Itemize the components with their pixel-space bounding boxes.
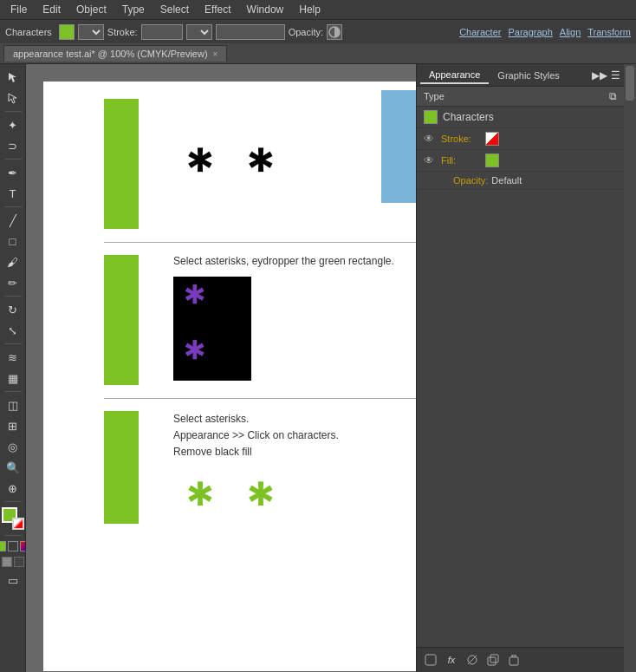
panel-menu-icon[interactable]: ☰ <box>611 69 620 82</box>
main-layout: ✦ ⊃ ✒ T ╱ □ 🖌 ✏ ↻ ⤡ ≋ ▦ ◫ ⊞ ◎ 🔍 ⊕ <box>0 64 636 672</box>
tool-divider-5 <box>4 343 22 344</box>
panel-fx-btn[interactable]: fx <box>443 651 460 669</box>
stroke-label: Stroke: <box>441 134 480 144</box>
type-label: Type <box>424 91 445 101</box>
menu-file[interactable]: File <box>3 2 34 17</box>
opacity-icon[interactable] <box>327 24 342 40</box>
panel-bottom-toolbar: fx <box>417 647 624 672</box>
panel-characters-row[interactable]: Characters <box>417 107 624 128</box>
menu-help[interactable]: Help <box>292 2 328 17</box>
blend-tool[interactable]: ◎ <box>3 437 23 456</box>
stroke-input[interactable] <box>141 24 183 40</box>
menu-window[interactable]: Window <box>240 2 291 17</box>
toolbar-label: Characters <box>5 27 52 37</box>
opacity-label: Opacity: <box>289 27 323 37</box>
black-box: ＊＊ <box>173 277 251 381</box>
alt-view-btn[interactable] <box>14 557 24 567</box>
characters-label: Characters <box>443 111 494 123</box>
artboard-tool[interactable]: ▭ <box>3 571 23 590</box>
scrollbar-thumb[interactable] <box>626 66 634 101</box>
color-swatches <box>2 507 24 530</box>
eyedropper-tool[interactable]: 🔍 <box>3 458 23 477</box>
vertical-scrollbar[interactable] <box>624 64 636 672</box>
tab-graphic-styles[interactable]: Graphic Styles <box>489 68 568 83</box>
green-rect-1 <box>104 99 139 229</box>
gradient-tool[interactable]: ◫ <box>3 395 23 414</box>
fill-visibility-toggle[interactable]: 👁 <box>424 154 436 166</box>
characters-color-swatch <box>424 110 438 124</box>
panel-add-new-btn[interactable] <box>422 651 439 669</box>
color-mode-buttons <box>0 541 26 551</box>
tab-bar: appearance test.ai* @ 100% (CMYK/Preview… <box>0 43 636 64</box>
pencil-tool[interactable]: ✏ <box>3 273 23 292</box>
scale-tool[interactable]: ⤡ <box>3 321 23 340</box>
fill-color-swatch[interactable] <box>485 153 499 167</box>
appearance-panel: Appearance Graphic Styles ▶▶ ☰ Type ⧉ Ch… <box>416 64 624 672</box>
magic-wand-tool[interactable]: ✦ <box>3 115 23 134</box>
section3-text: Select asterisks. Appearance >> Click on… <box>173 411 339 461</box>
link-paragraph[interactable]: Paragraph <box>508 27 552 37</box>
link-align[interactable]: Align <box>560 27 581 37</box>
panel-type-header: Type ⧉ <box>417 87 624 107</box>
type-tool[interactable]: T <box>3 184 23 203</box>
menu-edit[interactable]: Edit <box>36 2 68 17</box>
divider-1 <box>104 242 416 243</box>
stroke-color-swatch[interactable] <box>485 132 499 146</box>
toolbar-links: Character Paragraph Align Transform <box>459 27 631 37</box>
paintbrush-tool[interactable]: 🖌 <box>3 252 23 271</box>
svg-rect-1 <box>425 655 436 665</box>
asterisks-row-1: ＊＊ <box>173 134 295 204</box>
warp-tool[interactable]: ≋ <box>3 348 23 367</box>
opacity-value: Default <box>491 175 522 186</box>
panel-visibility-btn[interactable] <box>464 651 481 669</box>
fill-color-swatch[interactable] <box>59 24 75 40</box>
section3-line2: Appearance >> Click on characters. <box>173 427 339 444</box>
tool-divider-1 <box>4 111 22 112</box>
none-mode-btn[interactable] <box>8 541 18 551</box>
menu-type[interactable]: Type <box>115 2 152 17</box>
view-mode-buttons <box>2 557 24 567</box>
stroke-visibility-toggle[interactable]: 👁 <box>424 133 436 145</box>
tool-divider-3 <box>4 206 22 207</box>
graph-tool[interactable]: ▦ <box>3 369 23 388</box>
stroke-value-input[interactable] <box>216 24 285 40</box>
panel-delete-btn[interactable] <box>505 651 522 669</box>
pen-tool[interactable]: ✒ <box>3 163 23 182</box>
tool-divider-8 <box>4 535 22 536</box>
stroke-select[interactable] <box>186 24 212 40</box>
menu-object[interactable]: Object <box>69 2 114 17</box>
direct-selection-tool[interactable] <box>3 88 23 108</box>
zoom-tool[interactable]: ⊕ <box>3 479 23 498</box>
section2-text: Select asterisks, eydropper the green re… <box>173 255 394 267</box>
rect-tool[interactable]: □ <box>3 232 23 251</box>
mesh-tool[interactable]: ⊞ <box>3 416 23 435</box>
asterisks-row-3: ＊＊ <box>173 467 295 538</box>
gradient-mode-btn[interactable] <box>20 541 27 551</box>
canvas-area[interactable]: ＊＊ Select asterisks, eydropper the green… <box>26 64 636 672</box>
tab-appearance[interactable]: Appearance <box>420 67 489 84</box>
stroke-swatch[interactable] <box>12 518 24 530</box>
fill-mode-btn[interactable] <box>0 541 6 551</box>
green-rect-2 <box>104 255 139 385</box>
tab-close-button[interactable]: × <box>213 49 218 59</box>
link-character[interactable]: Character <box>459 27 501 37</box>
selection-tool[interactable] <box>3 68 23 87</box>
panel-stroke-row: 👁 Stroke: <box>417 128 624 150</box>
panel-opacity-row: Opacity: Default <box>417 172 624 190</box>
lasso-tool[interactable]: ⊃ <box>3 136 23 155</box>
panel-duplicate-btn[interactable] <box>484 651 502 669</box>
menu-effect[interactable]: Effect <box>198 2 237 17</box>
svg-rect-5 <box>490 655 498 662</box>
panel-new-art-icon[interactable]: ⧉ <box>609 90 617 102</box>
panel-expand-icon[interactable]: ▶▶ <box>592 69 607 82</box>
section3-line3: Remove black fill <box>173 444 339 460</box>
tool-divider-7 <box>4 501 22 502</box>
fill-mode-select[interactable] <box>78 24 104 40</box>
normal-view-btn[interactable] <box>2 557 12 567</box>
document-tab[interactable]: appearance test.ai* @ 100% (CMYK/Preview… <box>3 45 227 62</box>
rotate-tool[interactable]: ↻ <box>3 300 23 319</box>
menu-select[interactable]: Select <box>153 2 196 17</box>
menu-bar: File Edit Object Type Select Effect Wind… <box>0 0 636 19</box>
link-transform[interactable]: Transform <box>587 27 631 37</box>
line-tool[interactable]: ╱ <box>3 211 23 230</box>
